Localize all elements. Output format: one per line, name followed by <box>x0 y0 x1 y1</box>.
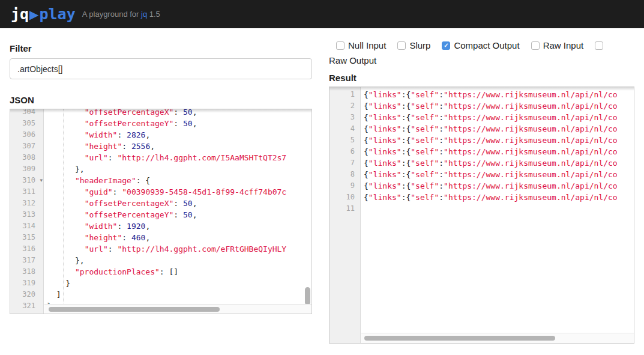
logo-jq-text: jq <box>11 7 29 22</box>
line-number: 314 <box>10 220 43 232</box>
line-number: 10 <box>330 192 360 203</box>
json-editor-horizontal-scrollbar-thumb[interactable] <box>49 307 220 312</box>
code-line: "offsetPercentageY": 50, <box>44 209 311 220</box>
result-editor-gutter: 1234567891011 <box>330 87 361 343</box>
line-number: 317 <box>10 255 43 266</box>
subtitle-prefix: A playground for <box>82 10 139 19</box>
checkbox-raw-output[interactable] <box>595 41 603 50</box>
code-line: "url": "http://lh4.ggpht.com/I5AaMSHTtQT… <box>44 152 311 163</box>
header-bar: jq▶play A playground for jq 1.5 <box>0 0 644 28</box>
checkbox-null-input[interactable] <box>336 41 345 50</box>
fold-arrow-icon[interactable]: ▾ <box>40 175 43 186</box>
option-label-compact-output: Compact Output <box>454 39 519 52</box>
result-editor: 1234567891011 {"links":{"self":"https://… <box>329 86 634 344</box>
line-number: 8 <box>330 169 360 180</box>
line-number: 308 <box>10 152 43 163</box>
code-line: {"links":{"self":"https://www.rijksmuseu… <box>361 123 634 135</box>
code-line: {"links":{"self":"https://www.rijksmuseu… <box>361 192 634 203</box>
option-null-input[interactable]: Null Input <box>336 39 386 52</box>
code-line: "width": 1920, <box>44 220 311 232</box>
option-slurp[interactable]: Slurp <box>397 39 430 52</box>
code-line: {"links":{"self":"https://www.rijksmuseu… <box>361 135 634 146</box>
left-column: Filter JSON 304305306307308309310▾311312… <box>10 28 312 314</box>
line-number: 1 <box>330 89 360 100</box>
jqplay-page: jq▶play A playground for jq 1.5 Filter J… <box>0 0 644 355</box>
code-line: {"links":{"self":"https://www.rijksmuseu… <box>361 180 634 192</box>
line-number: 2 <box>330 100 360 112</box>
code-line: {"links":{"self":"https://www.rijksmuseu… <box>361 112 634 123</box>
code-line: "productionPlaces": [] <box>44 266 311 278</box>
line-number: 304 <box>10 109 43 118</box>
options-row: Null InputSlurpCompact OutputRaw Input <box>329 39 634 52</box>
code-line: "headerImage": { <box>44 175 311 186</box>
code-line: "offsetPercentageX": 50, <box>44 198 311 209</box>
option-raw-input[interactable]: Raw Input <box>531 39 584 52</box>
code-line: {"links":{"self":"https://www.rijksmuseu… <box>361 157 634 169</box>
line-number: 320 <box>10 289 43 300</box>
line-number: 307 <box>10 141 43 152</box>
logo-play-text: play <box>40 7 76 22</box>
code-line: "guid": "00390939-5458-45d1-8f99-4cff74b… <box>44 186 311 198</box>
code-line: {"links":{"self":"https://www.rijksmuseu… <box>361 89 634 100</box>
option-label-raw-input: Raw Input <box>543 39 584 52</box>
app-logo[interactable]: jq▶play <box>11 7 76 22</box>
line-number: 310▾ <box>10 175 43 186</box>
code-line: "offsetPercentageY": 50, <box>44 118 311 129</box>
filter-label: Filter <box>10 43 312 53</box>
line-number: 6 <box>330 146 360 157</box>
result-label: Result <box>329 73 634 83</box>
option-label-null-input: Null Input <box>348 39 386 52</box>
code-line: "height": 460, <box>44 232 311 243</box>
checkbox-compact-output[interactable] <box>442 41 450 50</box>
json-editor-code[interactable]: "offsetPercentageX": 50, "offsetPercenta… <box>44 109 311 314</box>
code-line: }, <box>44 255 311 266</box>
line-number: 305 <box>10 118 43 129</box>
code-line: "url": "http://lh4.ggpht.com/eFRtGHBeQIy… <box>44 243 311 255</box>
line-number: 321 <box>10 300 43 312</box>
line-number: 9 <box>330 180 360 192</box>
line-number: 5 <box>330 135 360 146</box>
json-editor-gutter: 304305306307308309310▾311312313314315316… <box>10 109 44 314</box>
line-number: 7 <box>330 157 360 169</box>
code-line: "offsetPercentageX": 50, <box>44 109 311 118</box>
option-raw-output[interactable] <box>595 41 607 50</box>
raw-output-wrapped-label[interactable]: Raw Output <box>329 54 634 67</box>
result-editor-horizontal-scrollbar-track[interactable] <box>361 333 634 343</box>
code-line: } <box>44 278 311 289</box>
json-label: JSON <box>10 95 312 105</box>
subtitle-version: 1.5 <box>149 10 160 19</box>
json-editor: 304305306307308309310▾311312313314315316… <box>10 109 312 314</box>
line-number: 319 <box>10 278 43 289</box>
line-number: 306 <box>10 129 43 141</box>
checkbox-raw-input[interactable] <box>531 41 540 50</box>
line-number: 3 <box>330 112 360 123</box>
result-editor-code[interactable]: {"links":{"self":"https://www.rijksmuseu… <box>361 87 634 343</box>
line-number: 312 <box>10 198 43 209</box>
checkbox-slurp[interactable] <box>397 41 406 50</box>
line-number: 316 <box>10 243 43 255</box>
line-number: 315 <box>10 232 43 243</box>
option-compact-output[interactable]: Compact Output <box>442 39 519 52</box>
jq-link[interactable]: jq <box>141 10 147 19</box>
line-number: 313 <box>10 209 43 220</box>
json-editor-vertical-scrollbar[interactable] <box>305 287 310 305</box>
app-subtitle: A playground for jq 1.5 <box>82 10 160 19</box>
line-number: 11 <box>330 203 360 214</box>
right-column: Null InputSlurpCompact OutputRaw Input R… <box>329 28 634 344</box>
code-line: ] <box>44 289 311 300</box>
result-editor-horizontal-scrollbar-thumb[interactable] <box>364 336 555 341</box>
line-number: 318 <box>10 266 43 278</box>
option-label-slurp: Slurp <box>409 39 430 52</box>
filter-input[interactable] <box>10 58 312 79</box>
code-line: {"links":{"self":"https://www.rijksmuseu… <box>361 146 634 157</box>
code-line: {"links":{"self":"https://www.rijksmuseu… <box>361 100 634 112</box>
line-number: 4 <box>330 123 360 135</box>
json-editor-horizontal-scrollbar-track[interactable] <box>44 304 311 314</box>
code-line <box>361 203 634 214</box>
line-number: 309 <box>10 163 43 175</box>
play-triangle-icon: ▶ <box>29 8 38 20</box>
code-line: "height": 2556, <box>44 141 311 152</box>
code-line: }, <box>44 163 311 175</box>
code-line: {"links":{"self":"https://www.rijksmuseu… <box>361 169 634 180</box>
line-number: 311 <box>10 186 43 198</box>
